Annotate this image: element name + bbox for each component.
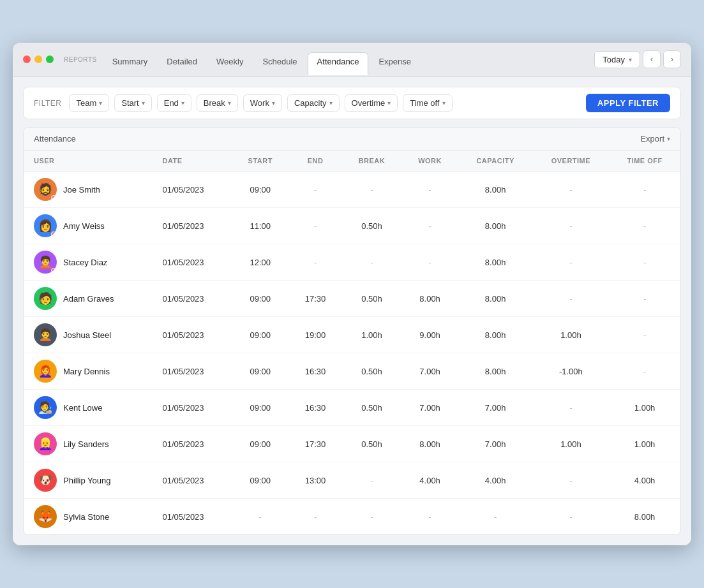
tab-detailed[interactable]: Detailed — [158, 53, 206, 74]
table-header-row: USER DATE START END BREAK WORK CAPACITY … — [24, 151, 680, 172]
timeoff-cell: 1.00h — [609, 390, 680, 426]
user-cell: 🧑 Adam Graves — [24, 281, 153, 317]
chevron-down-icon: ▾ — [142, 99, 145, 107]
table-row: 🧑 Adam Graves 01/05/2023 09:00 17:30 0.5… — [24, 281, 680, 317]
user-name: Mary Dennis — [63, 367, 110, 376]
break-cell: 0.50h — [341, 390, 401, 426]
status-dot — [51, 232, 56, 237]
capacity-cell: 8.00h — [458, 172, 533, 208]
app-window: REPORTS Summary Detailed Weekly Schedule… — [13, 43, 691, 545]
timeoff-cell: - — [609, 353, 680, 390]
filter-timeoff[interactable]: Time off ▾ — [403, 94, 452, 112]
user-cell: 🧑‍🦱 Stacey Diaz — [24, 244, 153, 281]
timeoff-cell: 8.00h — [609, 499, 680, 535]
export-button[interactable]: Export ▾ — [640, 134, 670, 143]
tab-attendance[interactable]: Attendance — [308, 52, 369, 75]
filter-capacity[interactable]: Capacity ▾ — [287, 94, 340, 112]
chevron-down-icon: ▾ — [329, 99, 333, 107]
tab-expense[interactable]: Expense — [370, 53, 420, 74]
timeoff-cell: - — [609, 244, 680, 281]
avatar: 🐶 — [34, 469, 57, 492]
chevron-down-icon: ▾ — [667, 135, 670, 142]
avatar: 🧑‍🦱 — [34, 323, 57, 346]
filter-start-label: Start — [121, 98, 139, 108]
filter-end-label: End — [164, 98, 179, 108]
table-row: 🧑‍🎨 Kent Lowe 01/05/2023 09:00 16:30 0.5… — [24, 390, 680, 426]
start-cell: 09:00 — [232, 317, 289, 353]
end-cell: 17:30 — [289, 281, 342, 317]
tab-summary[interactable]: Summary — [103, 53, 157, 74]
next-button[interactable]: › — [663, 50, 681, 68]
overtime-cell: 1.00h — [533, 426, 610, 462]
break-cell: 0.50h — [341, 426, 401, 462]
overtime-cell: - — [533, 281, 610, 317]
today-button[interactable]: Today ▾ — [594, 51, 640, 68]
work-cell: - — [402, 244, 458, 281]
avatar: 🦊 — [34, 505, 57, 528]
work-cell: 8.00h — [402, 281, 458, 317]
tabs-bar: REPORTS Summary Detailed Weekly Schedule… — [64, 52, 594, 75]
col-user: USER — [24, 151, 153, 172]
overtime-cell: 1.00h — [533, 317, 610, 353]
work-cell: 7.00h — [402, 353, 458, 390]
table-row: 👩 Amy Weiss 01/05/2023 11:00 - 0.50h - 8… — [24, 208, 680, 244]
filter-team[interactable]: Team ▾ — [69, 94, 109, 112]
tab-schedule[interactable]: Schedule — [253, 53, 306, 74]
filter-start[interactable]: Start ▾ — [114, 94, 151, 112]
end-cell: - — [289, 208, 342, 244]
maximize-button[interactable] — [46, 55, 54, 63]
chevron-down-icon: ▾ — [181, 99, 184, 107]
user-name: Joe Smith — [63, 185, 100, 195]
filter-team-label: Team — [76, 98, 96, 108]
user-cell: 🧑‍🎨 Kent Lowe — [24, 390, 153, 426]
break-cell: - — [341, 462, 401, 499]
filter-end[interactable]: End ▾ — [157, 94, 191, 112]
capacity-cell: 8.00h — [458, 208, 533, 244]
avatar-emoji: 🧑‍🎨 — [34, 396, 57, 419]
close-button[interactable] — [23, 55, 31, 63]
chevron-down-icon: ▾ — [442, 99, 446, 107]
timeoff-cell: - — [609, 208, 680, 244]
avatar-emoji: 👱‍♀️ — [34, 432, 57, 455]
prev-button[interactable]: ‹ — [643, 50, 661, 68]
table-row: 🐶 Phillip Young 01/05/2023 09:00 13:00 -… — [24, 462, 680, 499]
filter-break[interactable]: Break ▾ — [197, 94, 238, 112]
export-label: Export — [640, 134, 664, 143]
timeoff-cell: 4.00h — [609, 462, 680, 499]
table-row: 🦊 Sylvia Stone 01/05/2023 - - - - - - 8.… — [24, 499, 680, 535]
overtime-cell: - — [533, 462, 610, 499]
avatar: 👩‍🦰 — [34, 360, 57, 383]
break-cell: - — [341, 499, 401, 535]
chevron-down-icon: ▾ — [228, 99, 231, 107]
overtime-cell: - — [533, 244, 610, 281]
filter-overtime[interactable]: Overtime ▾ — [345, 94, 398, 112]
avatar-emoji: 🦊 — [34, 505, 57, 528]
filter-overtime-label: Overtime — [352, 98, 386, 108]
date-cell: 01/05/2023 — [153, 462, 232, 499]
date-cell: 01/05/2023 — [153, 317, 232, 353]
user-cell: 👱‍♀️ Lily Sanders — [24, 426, 153, 462]
capacity-cell: 7.00h — [458, 426, 533, 462]
start-cell: 09:00 — [232, 390, 289, 426]
col-timeoff: TIME OFF — [609, 151, 680, 172]
start-cell: - — [232, 499, 289, 535]
avatar: 🧑 — [34, 287, 57, 310]
date-cell: 01/05/2023 — [153, 208, 232, 244]
col-work: WORK — [402, 151, 458, 172]
col-date: DATE — [153, 151, 232, 172]
filter-work[interactable]: Work ▾ — [243, 94, 282, 112]
filter-capacity-label: Capacity — [294, 98, 327, 108]
titlebar: REPORTS Summary Detailed Weekly Schedule… — [13, 43, 691, 77]
overtime-cell: - — [533, 499, 610, 535]
user-cell: 👩‍🦰 Mary Dennis — [24, 353, 153, 390]
date-cell: 01/05/2023 — [153, 390, 232, 426]
end-cell: 17:30 — [289, 426, 342, 462]
apply-filter-button[interactable]: APPLY FILTER — [586, 94, 670, 112]
minimize-button[interactable] — [34, 55, 42, 63]
timeoff-cell: 1.00h — [609, 426, 680, 462]
table-row: 🧑‍🦱 Joshua Steel 01/05/2023 09:00 19:00 … — [24, 317, 680, 353]
avatar-emoji: 🧑‍🦱 — [34, 323, 57, 346]
tab-weekly[interactable]: Weekly — [207, 53, 252, 74]
end-cell: 13:00 — [289, 462, 342, 499]
filter-timeoff-label: Time off — [410, 98, 439, 108]
